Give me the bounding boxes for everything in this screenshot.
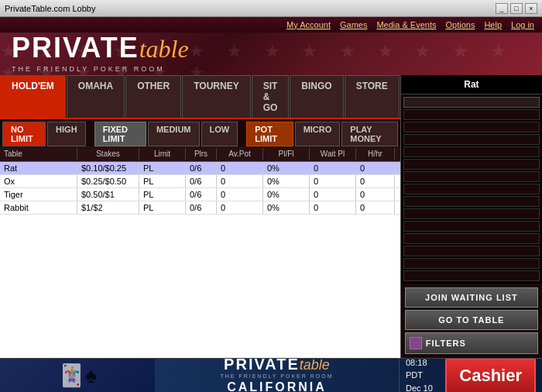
limit-tabs: NO LIMIT HIGH FIXED LIMIT MEDIUM LOW POT… bbox=[0, 119, 400, 146]
table-row[interactable]: Rat $0.10/$0.25 PL 0/6 0 0% 0 0 bbox=[0, 162, 400, 175]
limit-tab-high[interactable]: HIGH bbox=[47, 122, 86, 146]
table-row[interactable]: Tiger $0.50/$1 PL 0/6 0 0% 0 0 bbox=[0, 188, 400, 201]
cashier-button[interactable]: Cashier bbox=[445, 358, 536, 392]
tab-bingo[interactable]: BINGO bbox=[290, 75, 343, 118]
logo: PRIVATEtable THE FRIENDLY POKER ROOM bbox=[12, 34, 189, 73]
row-avpot-1: 0 bbox=[217, 175, 263, 187]
preview-row bbox=[403, 196, 540, 207]
filter-icon bbox=[410, 337, 422, 349]
logo-tagline: THE FRIENDLY POKER ROOM bbox=[12, 65, 189, 73]
right-panel: Rat JOIN WAITING LIST GO TO bbox=[401, 75, 542, 358]
nav-games[interactable]: Games bbox=[340, 20, 367, 29]
banner-center: PRIVATEtable THE FRIENDLY POKER ROOM CAL… bbox=[155, 358, 399, 392]
date-display: Dec 10 bbox=[406, 382, 445, 392]
tab-sitgo[interactable]: SIT & GO bbox=[252, 75, 290, 118]
row-avpot-3: 0 bbox=[217, 201, 263, 214]
banner-logo-private: PRIVATE bbox=[224, 358, 300, 373]
table-row[interactable]: Rabbit $1/$2 PL 0/6 0 0% 0 0 bbox=[0, 201, 400, 215]
join-waiting-list-button[interactable]: JOIN WAITING LIST bbox=[405, 287, 538, 308]
banner-logo-line: PRIVATEtable bbox=[224, 358, 330, 373]
top-nav: My Account Games Media & Events Options … bbox=[0, 17, 542, 33]
preview-row bbox=[403, 134, 540, 145]
banner-image: 🃏♠️ bbox=[0, 358, 155, 392]
row-name-3: Rabbit bbox=[0, 201, 77, 214]
tab-tourney[interactable]: TOURNEY bbox=[182, 75, 250, 118]
nav-options[interactable]: Options bbox=[445, 20, 475, 29]
tab-store[interactable]: STORE bbox=[345, 75, 400, 118]
banner-logo-table: table bbox=[300, 358, 330, 373]
main-window: My Account Games Media & Events Options … bbox=[0, 17, 542, 392]
row-plfl-2: 0% bbox=[263, 188, 310, 201]
header: PRIVATEtable THE FRIENDLY POKER ROOM bbox=[0, 33, 542, 76]
tab-holdem[interactable]: HOLD'EM bbox=[0, 75, 66, 118]
title-bar-buttons: _ □ × bbox=[496, 3, 537, 14]
row-limit-0: PL bbox=[139, 162, 186, 174]
close-button[interactable]: × bbox=[525, 3, 537, 14]
banner-tagline: THE FRIENDLY POKER ROOM bbox=[220, 373, 333, 379]
col-header-avpot: Av.Pot bbox=[217, 148, 263, 160]
col-header-plfl: Pl/Fl bbox=[263, 148, 310, 160]
title-bar: PrivateTable.com Lobby _ □ × bbox=[0, 0, 542, 17]
preview-row bbox=[403, 221, 540, 232]
nav-my-account[interactable]: My Account bbox=[286, 20, 331, 29]
nav-media-events[interactable]: Media & Events bbox=[376, 20, 436, 29]
tab-omaha[interactable]: OMAHA bbox=[67, 75, 125, 118]
content-area: HOLD'EM OMAHA OTHER TOURNEY SIT & GO BIN… bbox=[0, 75, 542, 358]
col-header-stakes: Stakes bbox=[77, 148, 139, 160]
row-name-1: Ox bbox=[0, 175, 77, 187]
preview-row bbox=[403, 246, 540, 256]
table-list: Rat $0.10/$0.25 PL 0/6 0 0% 0 0 Ox $0.25… bbox=[0, 162, 400, 358]
logo-table: table bbox=[139, 35, 189, 63]
row-name-0: Rat bbox=[0, 162, 77, 174]
row-name-2: Tiger bbox=[0, 188, 77, 201]
row-plfl-3: 0% bbox=[263, 201, 310, 214]
preview-row bbox=[403, 233, 540, 244]
row-waitpl-2: 0 bbox=[310, 188, 356, 201]
limit-tab-low[interactable]: LOW bbox=[201, 122, 238, 146]
minimize-button[interactable]: _ bbox=[496, 3, 508, 14]
time-info: 08:18 PDT Dec 10 bbox=[406, 358, 445, 392]
row-limit-3: PL bbox=[139, 201, 186, 214]
nav-log-in[interactable]: Log in bbox=[511, 20, 534, 29]
title-bar-text: PrivateTable.com Lobby bbox=[5, 4, 95, 13]
nav-help[interactable]: Help bbox=[484, 20, 502, 29]
maximize-button[interactable]: □ bbox=[510, 3, 523, 14]
row-limit-2: PL bbox=[139, 188, 186, 201]
row-hhr-0: 0 bbox=[356, 162, 395, 174]
preview-row bbox=[403, 270, 540, 281]
row-avpot-2: 0 bbox=[217, 188, 263, 201]
row-waitpl-3: 0 bbox=[310, 201, 356, 214]
col-header-waitpl: Wait Pl bbox=[310, 148, 356, 160]
limit-tab-playmoney[interactable]: PLAY MONEY bbox=[341, 122, 397, 146]
row-plfl-1: 0% bbox=[263, 175, 310, 187]
selected-table-name: Rat bbox=[401, 75, 542, 95]
row-plrs-3: 0/6 bbox=[186, 201, 217, 214]
preview-row bbox=[403, 184, 540, 194]
tab-other[interactable]: OTHER bbox=[125, 75, 181, 118]
logo-line1: PRIVATEtable bbox=[12, 34, 189, 64]
limit-tab-nolimit[interactable]: NO LIMIT bbox=[2, 122, 46, 146]
row-stakes-1: $0.25/$0.50 bbox=[77, 175, 139, 187]
limit-label-fixed: FIXED LIMIT bbox=[94, 122, 146, 146]
goto-table-button[interactable]: GO TO TABLE bbox=[405, 310, 538, 330]
left-panel: HOLD'EM OMAHA OTHER TOURNEY SIT & GO BIN… bbox=[0, 75, 401, 358]
col-header-table: Table bbox=[0, 148, 77, 160]
row-plrs-2: 0/6 bbox=[186, 188, 217, 201]
col-header-limit: Limit bbox=[139, 148, 186, 160]
col-header-plrs: Plrs bbox=[186, 148, 217, 160]
right-buttons: JOIN WAITING LIST GO TO TABLE FILTERS bbox=[401, 284, 542, 358]
bottom-banner: 🃏♠️ PRIVATEtable THE FRIENDLY POKER ROOM… bbox=[0, 358, 542, 392]
filters-button[interactable]: FILTERS bbox=[405, 332, 538, 354]
preview-row bbox=[403, 159, 540, 170]
limit-tab-micro[interactable]: MICRO bbox=[295, 122, 341, 146]
banner-cards-icon: 🃏♠️ bbox=[58, 363, 97, 388]
table-row[interactable]: Ox $0.25/$0.50 PL 0/6 0 0% 0 0 bbox=[0, 175, 400, 188]
table-preview bbox=[401, 95, 542, 284]
row-stakes-0: $0.10/$0.25 bbox=[77, 162, 139, 174]
table-headers: Table Stakes Limit Plrs Av.Pot Pl/Fl Wai… bbox=[0, 146, 400, 162]
limit-tab-medium[interactable]: MEDIUM bbox=[148, 122, 200, 146]
row-waitpl-0: 0 bbox=[310, 162, 356, 174]
row-stakes-3: $1/$2 bbox=[77, 201, 139, 214]
row-hhr-1: 0 bbox=[356, 175, 395, 187]
row-plrs-0: 0/6 bbox=[186, 162, 217, 174]
